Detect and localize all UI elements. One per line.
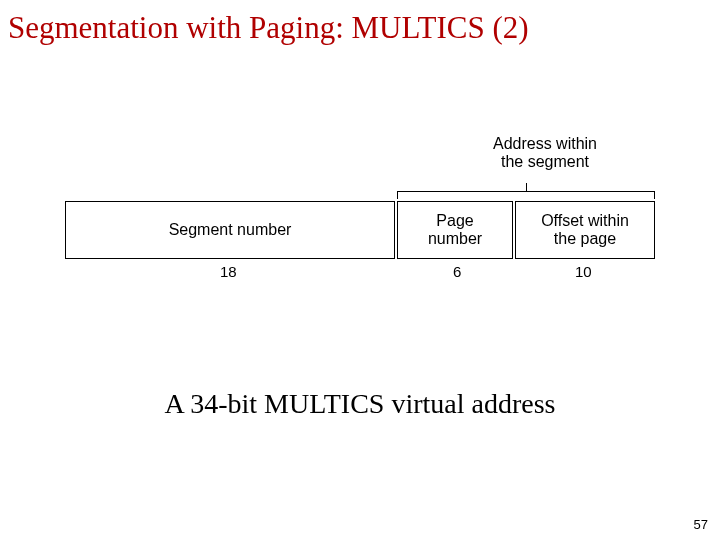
page-number-field: Page number	[397, 201, 513, 259]
offset-field: Offset within the page	[515, 201, 655, 259]
segment-box-label: Segment number	[169, 221, 292, 239]
page-box-line2: number	[428, 230, 482, 247]
upper-label-line2: the segment	[501, 153, 589, 170]
address-fields-row: Segment number Page number Offset within…	[65, 201, 655, 259]
figure-caption: A 34-bit MULTICS virtual address	[0, 388, 720, 420]
upper-label-line1: Address within	[493, 135, 597, 152]
slide-number: 57	[694, 517, 708, 532]
offset-box-line2: the page	[554, 230, 616, 247]
segment-bits: 18	[220, 263, 237, 280]
page-bits: 6	[453, 263, 461, 280]
page-title: Segmentation with Paging: MULTICS (2)	[8, 10, 529, 46]
offset-bits: 10	[575, 263, 592, 280]
segment-number-field: Segment number	[65, 201, 395, 259]
page-box-line1: Page	[436, 212, 473, 229]
upper-brace-label: Address within the segment	[455, 135, 635, 172]
offset-box-line1: Offset within	[541, 212, 629, 229]
brace-icon	[397, 183, 655, 201]
